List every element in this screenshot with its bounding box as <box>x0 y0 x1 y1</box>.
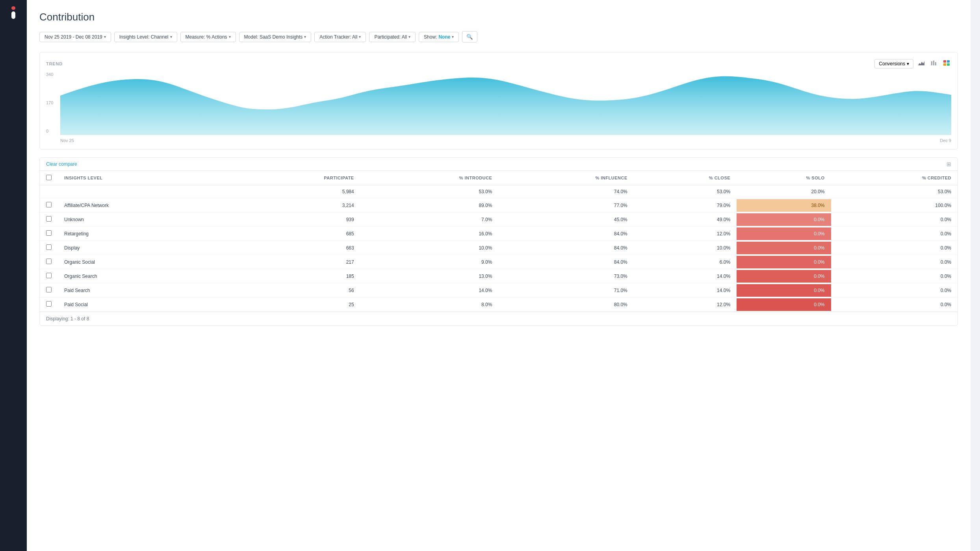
row-checkbox[interactable] <box>46 244 52 250</box>
model-filter[interactable]: Model: SaaS Demo Insights ▾ <box>239 32 312 42</box>
row-checkbox-cell[interactable] <box>40 198 58 213</box>
row-checkbox[interactable] <box>46 259 52 264</box>
row-checkbox-cell[interactable] <box>40 298 58 312</box>
filter-bar: Nov 25 2019 - Dec 08 2019 ▾ Insights Lev… <box>39 31 958 43</box>
row-solo: 0.0% <box>737 298 831 312</box>
main-content: Contribution Nov 25 2019 - Dec 08 2019 ▾… <box>27 0 971 551</box>
table-row: Unknown 939 7.0% 45.0% 49.0% 0.0% 0.0% <box>40 213 958 227</box>
row-name: Organic Search <box>58 269 231 283</box>
svg-rect-4 <box>947 60 950 63</box>
date-range-filter[interactable]: Nov 25 2019 - Dec 08 2019 ▾ <box>39 32 111 42</box>
row-name: Affiliate/CPA Network <box>58 198 231 213</box>
search-button[interactable]: 🔍 <box>462 31 477 43</box>
row-credited: 0.0% <box>831 255 958 269</box>
measure-filter[interactable]: Measure: % Actions ▾ <box>180 32 236 42</box>
y-axis-mid: 170 <box>46 100 58 105</box>
row-checkbox[interactable] <box>46 216 52 222</box>
row-credited: 100.0% <box>831 198 958 213</box>
table-row: Organic Search 185 13.0% 73.0% 14.0% 0.0… <box>40 269 958 283</box>
row-credited: 0.0% <box>831 241 958 255</box>
select-all-header <box>40 171 58 185</box>
row-checkbox-cell[interactable] <box>40 255 58 269</box>
row-name: Paid Search <box>58 283 231 298</box>
action-tracker-filter[interactable]: Action Tracker: All ▾ <box>314 32 366 42</box>
table-row: Paid Search 56 14.0% 71.0% 14.0% 0.0% 0.… <box>40 283 958 298</box>
svg-rect-3 <box>943 60 946 63</box>
row-introduce: 89.0% <box>360 198 499 213</box>
row-influence: 73.0% <box>498 269 633 283</box>
row-checkbox-cell[interactable] <box>40 213 58 227</box>
row-name: Unknown <box>58 213 231 227</box>
row-close: 10.0% <box>634 241 737 255</box>
row-influence: 80.0% <box>498 298 633 312</box>
row-checkbox[interactable] <box>46 230 52 236</box>
solo-value: 38.0% <box>737 199 831 212</box>
y-axis-max: 340 <box>46 72 58 77</box>
summary-close: 53.0% <box>634 185 737 198</box>
row-checkbox-cell[interactable] <box>40 227 58 241</box>
svg-rect-5 <box>943 63 946 66</box>
conversions-dropdown[interactable]: Conversions ▾ <box>874 59 913 68</box>
row-checkbox[interactable] <box>46 273 52 278</box>
row-checkbox-cell[interactable] <box>40 241 58 255</box>
row-checkbox-cell[interactable] <box>40 283 58 298</box>
color-chart-button[interactable] <box>942 59 951 69</box>
show-filter[interactable]: Show: None ▾ <box>419 32 459 42</box>
solo-value: 0.0% <box>737 213 831 226</box>
trend-controls: Conversions ▾ <box>874 59 951 69</box>
trend-chart <box>60 72 951 135</box>
solo-value: 0.0% <box>737 227 831 240</box>
row-participate: 25 <box>231 298 360 312</box>
row-influence: 71.0% <box>498 283 633 298</box>
row-close: 49.0% <box>634 213 737 227</box>
search-icon: 🔍 <box>466 34 473 40</box>
table-row: Retargeting 685 16.0% 84.0% 12.0% 0.0% 0… <box>40 227 958 241</box>
row-close: 6.0% <box>634 255 737 269</box>
bar-chart-button[interactable] <box>929 59 939 69</box>
logo-dot-icon <box>11 6 15 10</box>
solo-value: 0.0% <box>737 298 831 311</box>
trend-section: TREND Conversions ▾ <box>39 52 958 150</box>
row-checkbox[interactable] <box>46 287 52 292</box>
row-name: Organic Social <box>58 255 231 269</box>
insights-level-header: INSIGHTS LEVEL <box>58 171 231 185</box>
row-checkbox-cell[interactable] <box>40 269 58 283</box>
data-table: INSIGHTS LEVEL PARTICIPATE % INTRODUCE %… <box>40 171 958 312</box>
insights-level-filter[interactable]: Insights Level: Channel ▾ <box>114 32 177 42</box>
row-influence: 84.0% <box>498 241 633 255</box>
table-footer: Displaying: 1 - 8 of 8 <box>40 312 958 325</box>
table-section: Clear compare ⊞ INSIGHTS LEVEL PARTICIPA… <box>39 157 958 326</box>
clear-compare-button[interactable]: Clear compare <box>46 161 77 167</box>
solo-value: 0.0% <box>737 270 831 283</box>
chevron-down-icon: ▾ <box>452 35 454 39</box>
solo-header: % SOLO <box>737 171 831 185</box>
close-header: % CLOSE <box>634 171 737 185</box>
y-axis-min: 0 <box>46 129 58 133</box>
table-view-button[interactable]: ⊞ <box>947 161 951 167</box>
summary-introduce: 53.0% <box>360 185 499 198</box>
pagination-info: Displaying: 1 - 8 of 8 <box>46 316 89 322</box>
select-all-checkbox[interactable] <box>46 175 52 180</box>
grid-icon: ⊞ <box>947 161 951 167</box>
chevron-down-icon: ▾ <box>907 61 909 67</box>
area-chart-button[interactable] <box>917 59 926 69</box>
table-header-row: INSIGHTS LEVEL PARTICIPATE % INTRODUCE %… <box>40 171 958 185</box>
chart-area: 340 170 0 <box>46 72 951 143</box>
summary-solo: 20.0% <box>737 185 831 198</box>
row-introduce: 8.0% <box>360 298 499 312</box>
table-row: Affiliate/CPA Network 3,214 89.0% 77.0% … <box>40 198 958 213</box>
trend-label: TREND <box>46 61 63 66</box>
chevron-down-icon: ▾ <box>408 35 410 39</box>
row-credited: 0.0% <box>831 227 958 241</box>
row-credited: 0.0% <box>831 283 958 298</box>
row-solo: 0.0% <box>737 241 831 255</box>
row-checkbox[interactable] <box>46 301 52 307</box>
svg-rect-1 <box>933 61 934 65</box>
sidebar <box>0 0 27 551</box>
row-checkbox[interactable] <box>46 202 52 207</box>
row-close: 14.0% <box>634 283 737 298</box>
participated-filter[interactable]: Participated: All ▾ <box>369 32 416 42</box>
row-participate: 939 <box>231 213 360 227</box>
summary-participate: 5,984 <box>231 185 360 198</box>
logo-bar-icon <box>11 11 15 19</box>
